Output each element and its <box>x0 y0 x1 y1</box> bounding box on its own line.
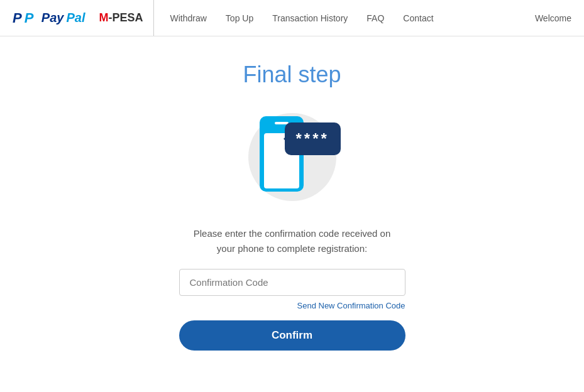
mpesa-logo: M-PESA <box>92 11 143 24</box>
speech-bubble: **** <box>285 122 341 155</box>
form-container: Send New Confirmation Code Confirm <box>179 269 405 351</box>
main-content: Final step **** Please enter the confirm… <box>0 36 584 363</box>
header: P P PayPal M-PESA Withdraw Top Up Transa… <box>0 0 584 36</box>
paypal-icon-blue: P <box>13 10 22 26</box>
mpesa-m: M <box>99 11 108 24</box>
paypal-text-dark: Pay <box>41 11 64 25</box>
paypal-icon-light: P <box>25 10 34 26</box>
confirm-button[interactable]: Confirm <box>179 320 405 351</box>
logo-area: P P PayPal M-PESA <box>13 0 154 36</box>
nav-topup[interactable]: Top Up <box>226 13 253 23</box>
navigation: Withdraw Top Up Transaction History FAQ … <box>170 13 535 23</box>
paypal-logo: P P PayPal <box>13 10 85 26</box>
nav-contact[interactable]: Contact <box>403 13 433 23</box>
paypal-text-light: Pal <box>66 11 85 25</box>
page-title: Final step <box>243 62 341 88</box>
welcome-text: Welcome <box>535 13 571 23</box>
nav-faq[interactable]: FAQ <box>366 13 384 23</box>
nav-transaction-history[interactable]: Transaction History <box>272 13 348 23</box>
mpesa-pesa: PESA <box>112 11 143 24</box>
phone-illustration: **** <box>242 107 343 207</box>
confirmation-code-input[interactable] <box>179 269 405 296</box>
send-new-code-link[interactable]: Send New Confirmation Code <box>179 301 405 310</box>
nav-withdraw[interactable]: Withdraw <box>170 13 207 23</box>
description-text: Please enter the confirmation code recei… <box>194 226 391 256</box>
